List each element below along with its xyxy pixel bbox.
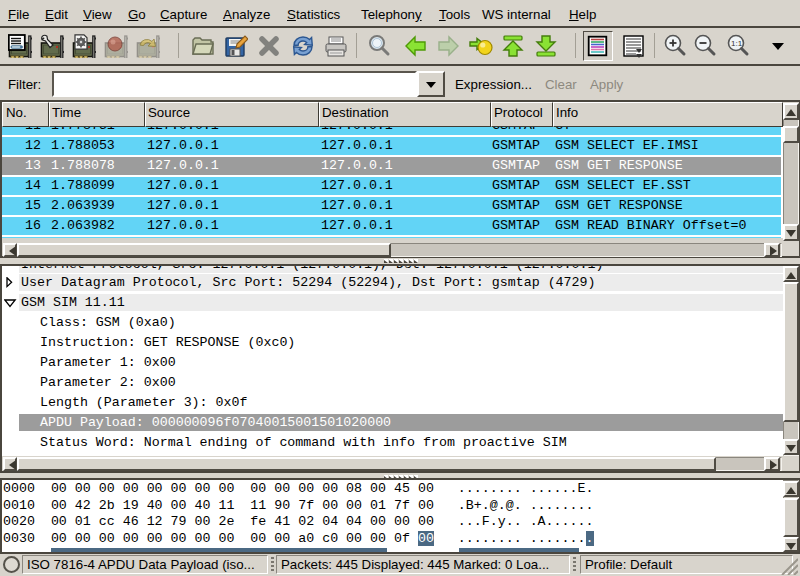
svg-text:1:1: 1:1 [731,39,743,48]
